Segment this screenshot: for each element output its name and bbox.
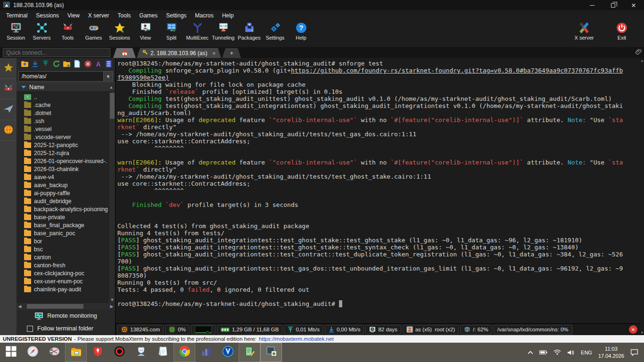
follow-terminal-folder-option[interactable]: Follow terminal folder [17, 322, 115, 335]
toolbar-packages-button[interactable]: Packages [236, 21, 262, 41]
session-tab[interactable]: 2. 188.208.103.96 (as) × [137, 48, 221, 58]
strip-swiss-knife-icon[interactable] [0, 79, 17, 99]
file-item[interactable]: bor [24, 237, 109, 245]
menu-help[interactable]: Help [218, 10, 238, 20]
text-edit-button[interactable]: A [94, 60, 102, 69]
paperclip-icon[interactable] [636, 48, 642, 57]
taskbar-snip[interactable] [43, 343, 65, 362]
toolbar-help-button[interactable]: ?Help [288, 21, 314, 41]
clock[interactable]: 11:03 17.04.2026 [598, 346, 624, 359]
scroll-left-icon[interactable]: ◀ [17, 304, 23, 309]
chevron-down-icon[interactable]: ▼ [104, 71, 113, 82]
menu-terminal[interactable]: Terminal [2, 10, 32, 20]
file-item[interactable]: .dotnet [24, 109, 109, 117]
name-column-header[interactable]: Name ▲ [17, 82, 115, 92]
download-button[interactable] [31, 60, 39, 69]
file-item[interactable]: 2026-01-opencover-insured-. [24, 157, 109, 165]
parent-dir-button[interactable] [20, 60, 29, 69]
notifications-icon[interactable] [630, 349, 638, 356]
toolbar-games-button[interactable]: Games [81, 21, 107, 41]
file-item[interactable]: 2026-03-chainlink [24, 165, 109, 173]
quick-connect-input[interactable] [3, 48, 110, 57]
file-item[interactable]: bsc [24, 245, 109, 253]
scroll-down-icon[interactable]: ▼ [109, 297, 115, 302]
toolbar-settings-button[interactable]: Settings [262, 21, 288, 41]
scroll-up-icon[interactable]: ▲ [107, 85, 115, 90]
volume-icon[interactable] [567, 350, 575, 355]
file-item[interactable]: .cache [24, 101, 109, 109]
file-item[interactable]: canton-fresh [24, 261, 109, 269]
taskbar-character-app[interactable] [130, 343, 152, 362]
file-item[interactable]: .vessel [24, 125, 109, 133]
file-item[interactable]: audit_debridge [24, 197, 109, 205]
mobatek-link[interactable]: https://mobaxterm.mobatek.net [259, 336, 334, 342]
new-folder-button[interactable] [62, 60, 71, 69]
menu-games[interactable]: Games [135, 10, 162, 20]
new-file-button[interactable] [73, 60, 82, 69]
taskbar-browser[interactable] [22, 343, 43, 362]
file-item[interactable]: ai-puppy-raffle [24, 189, 109, 197]
terminal-output[interactable]: root@138245:/home/as/my-starknet-audit/g… [116, 58, 640, 323]
start-button[interactable] [0, 343, 22, 362]
file-item[interactable]: canton [24, 253, 109, 261]
terminal-scrollbar[interactable]: ▲ ▼ [640, 58, 644, 335]
close-window-button[interactable]: ✕ [623, 0, 644, 10]
toolbar-tools-button[interactable]: Tools [55, 21, 81, 41]
file-item[interactable]: base-private [24, 213, 109, 221]
scroll-right-icon[interactable]: ▶ [108, 304, 115, 309]
file-item[interactable]: aave-v4 [24, 173, 109, 181]
file-item[interactable]: aave_backup [24, 181, 109, 189]
taskbar-brave[interactable] [87, 343, 108, 362]
taskbar-editor[interactable] [239, 343, 260, 362]
taskbar-v-app[interactable] [217, 343, 239, 362]
battery-icon[interactable] [539, 350, 547, 355]
file-item[interactable]: 2025-12-panoptic [24, 141, 109, 149]
strip-star-icon[interactable] [0, 58, 17, 79]
strip-paper-plane-icon[interactable] [0, 99, 17, 120]
sync-browser-button[interactable] [105, 60, 113, 69]
toolbar-tunneling-button[interactable]: Tunneling [210, 21, 236, 41]
restore-button[interactable] [603, 0, 623, 10]
toolbar-session-button[interactable]: Session [3, 21, 29, 41]
menu-settings[interactable]: Settings [162, 10, 190, 20]
toolbar-servers-button[interactable]: Servers [29, 21, 55, 41]
delete-button[interactable] [83, 60, 92, 69]
taskbar-explorer[interactable] [65, 343, 87, 362]
file-item[interactable]: .ssh [24, 117, 109, 125]
taskbar-chart-app[interactable] [195, 343, 217, 362]
file-item[interactable]: ↑.. [24, 93, 109, 101]
toolbar-view-button[interactable]: View [132, 21, 158, 41]
strip-globe-icon[interactable] [0, 120, 17, 141]
horizontal-scrollbar[interactable]: ◀ ▶ [17, 303, 115, 310]
toolbar-multiexec-button[interactable]: MultiExec [184, 21, 210, 41]
path-combo[interactable]: /home/as/ [18, 71, 104, 82]
language-indicator[interactable]: ENG [581, 350, 592, 355]
upload-button[interactable] [41, 60, 50, 69]
file-item[interactable]: cex-clickjacking-poc [24, 269, 109, 277]
hscrollbar-thumb[interactable] [27, 304, 83, 309]
menu-tools[interactable]: Tools [114, 10, 135, 20]
refresh-button[interactable] [52, 60, 60, 69]
home-tab[interactable] [113, 48, 136, 58]
file-item[interactable]: .vscode-server [24, 133, 109, 141]
file-item[interactable]: backpack-analytics-poisoning [24, 205, 109, 213]
chevron-up-icon[interactable] [528, 351, 533, 354]
close-tab-icon[interactable]: × [213, 50, 215, 56]
file-item[interactable]: base_final_package [24, 221, 109, 229]
menu-macros[interactable]: Macros [191, 10, 218, 20]
toolbar-sessions-button[interactable]: Sessions [107, 21, 132, 41]
taskbar-recorder[interactable] [108, 343, 130, 362]
toolbar-exit-button[interactable]: Exit [608, 21, 636, 41]
file-item[interactable]: 2025-12-rujira [24, 149, 109, 157]
file-item[interactable]: chainlink-pay-audit [24, 285, 109, 293]
file-item[interactable]: base_panic_poc [24, 229, 109, 237]
wifi-icon[interactable] [553, 349, 561, 355]
toolbar-split-button[interactable]: Split [158, 21, 184, 41]
menu-sessions[interactable]: Sessions [32, 10, 63, 20]
menu-x-server[interactable]: X server [84, 10, 114, 20]
menu-view[interactable]: View [63, 10, 84, 20]
remote-monitoring-button[interactable]: Remote monitoring [17, 310, 115, 322]
toolbar-x-server-button[interactable]: X server [570, 21, 598, 41]
taskbar-mobaxterm[interactable] [260, 343, 282, 362]
follow-terminal-folder-checkbox[interactable] [27, 326, 33, 332]
